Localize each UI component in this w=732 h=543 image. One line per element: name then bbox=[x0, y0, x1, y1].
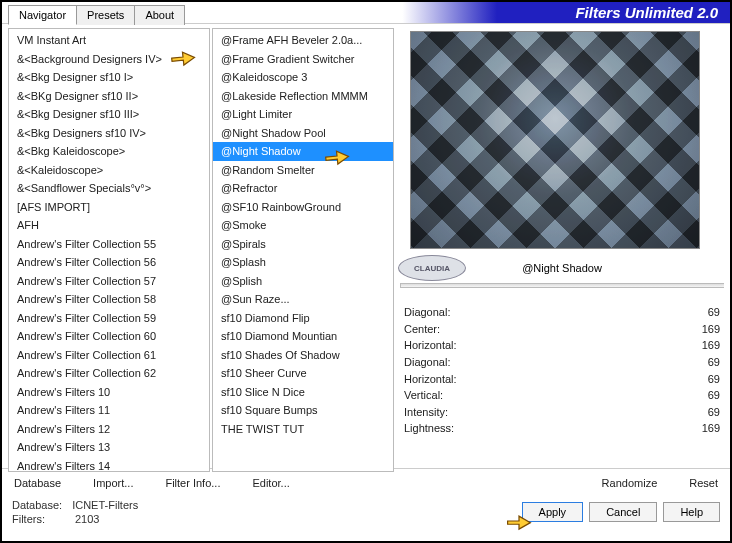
database-button[interactable]: Database bbox=[10, 475, 65, 491]
param-label: Lightness: bbox=[404, 422, 454, 434]
tab-navigator[interactable]: Navigator bbox=[8, 5, 77, 25]
main-area: VM Instant Art&<Background Designers IV>… bbox=[2, 24, 730, 472]
list-item[interactable]: Andrew's Filters 12 bbox=[9, 420, 209, 439]
list-item[interactable]: &<Bkg Designers sf10 IV> bbox=[9, 124, 209, 143]
param-label: Diagonal: bbox=[404, 356, 450, 368]
editor-button[interactable]: Editor... bbox=[248, 475, 293, 491]
list-item[interactable]: @Refractor bbox=[213, 179, 393, 198]
list-item[interactable]: sf10 Slice N Dice bbox=[213, 383, 393, 402]
filter-panel: @Frame AFH Beveler 2.0a...@Frame Gradien… bbox=[212, 28, 394, 472]
list-item[interactable]: &<Bkg Designer sf10 III> bbox=[9, 105, 209, 124]
param-row: Horizontal:69 bbox=[402, 370, 722, 387]
cancel-button[interactable]: Cancel bbox=[589, 502, 657, 522]
param-row: Diagonal:69 bbox=[402, 304, 722, 321]
category-panel: VM Instant Art&<Background Designers IV>… bbox=[8, 28, 210, 472]
list-item[interactable]: @Frame Gradient Switcher bbox=[213, 50, 393, 69]
list-item[interactable]: Andrew's Filter Collection 61 bbox=[9, 346, 209, 365]
list-item[interactable]: [AFS IMPORT] bbox=[9, 198, 209, 217]
randomize-button[interactable]: Randomize bbox=[598, 475, 662, 491]
app-title: Filters Unlimited 2.0 bbox=[575, 4, 718, 21]
param-label: Diagonal: bbox=[404, 306, 450, 318]
param-row: Vertical:69 bbox=[402, 387, 722, 404]
param-value[interactable]: 69 bbox=[708, 306, 720, 318]
param-value[interactable]: 69 bbox=[708, 356, 720, 368]
list-item[interactable]: @Lakeside Reflection MMMM bbox=[213, 87, 393, 106]
filter-label-row: CLAUDIA @Night Shadow bbox=[400, 257, 724, 279]
param-row: Horizontal:169 bbox=[402, 337, 722, 354]
list-item[interactable]: @Sun Raze... bbox=[213, 290, 393, 309]
param-value[interactable]: 169 bbox=[702, 422, 720, 434]
category-list[interactable]: VM Instant Art&<Background Designers IV>… bbox=[9, 29, 209, 471]
list-item[interactable]: @SF10 RainbowGround bbox=[213, 198, 393, 217]
param-row: Diagonal:69 bbox=[402, 354, 722, 371]
param-value[interactable]: 69 bbox=[708, 373, 720, 385]
filters-value: 2103 bbox=[75, 513, 99, 525]
list-item[interactable]: &<Bkg Kaleidoscope> bbox=[9, 142, 209, 161]
list-item[interactable]: Andrew's Filter Collection 56 bbox=[9, 253, 209, 272]
action-buttons: Apply Cancel Help bbox=[522, 499, 720, 525]
list-item[interactable]: Andrew's Filters 13 bbox=[9, 438, 209, 457]
filter-info-button[interactable]: Filter Info... bbox=[161, 475, 224, 491]
filter-list[interactable]: @Frame AFH Beveler 2.0a...@Frame Gradien… bbox=[213, 29, 393, 471]
preview-image bbox=[410, 31, 700, 249]
list-item[interactable]: @Random Smelter bbox=[213, 161, 393, 180]
params-list: Diagonal:69Center:169Horizontal:169Diago… bbox=[400, 304, 724, 472]
list-item[interactable]: Andrew's Filter Collection 62 bbox=[9, 364, 209, 383]
list-item[interactable]: Andrew's Filter Collection 58 bbox=[9, 290, 209, 309]
tab-presets[interactable]: Presets bbox=[76, 5, 135, 25]
param-row: Intensity:69 bbox=[402, 404, 722, 421]
list-item[interactable]: @Splish bbox=[213, 272, 393, 291]
status-bar: Database: ICNET-Filters Filters: 2103 Ap… bbox=[2, 493, 730, 527]
list-item[interactable]: VM Instant Art bbox=[9, 31, 209, 50]
list-item[interactable]: AFH bbox=[9, 216, 209, 235]
list-item[interactable]: sf10 Sheer Curve bbox=[213, 364, 393, 383]
param-label: Horizontal: bbox=[404, 373, 457, 385]
help-button[interactable]: Help bbox=[663, 502, 720, 522]
param-label: Horizontal: bbox=[404, 339, 457, 351]
list-item[interactable]: Andrew's Filters 14 bbox=[9, 457, 209, 472]
tab-about[interactable]: About bbox=[134, 5, 185, 25]
list-item[interactable]: sf10 Shades Of Shadow bbox=[213, 346, 393, 365]
param-value[interactable]: 69 bbox=[708, 389, 720, 401]
list-item[interactable]: &<Kaleidoscope> bbox=[9, 161, 209, 180]
apply-button[interactable]: Apply bbox=[522, 502, 584, 522]
param-row: Lightness:169 bbox=[402, 420, 722, 437]
list-item[interactable]: Andrew's Filter Collection 59 bbox=[9, 309, 209, 328]
list-item[interactable]: @Light Limiter bbox=[213, 105, 393, 124]
list-item[interactable]: @Night Shadow Pool bbox=[213, 124, 393, 143]
list-item[interactable]: @Spirals bbox=[213, 235, 393, 254]
filters-label: Filters: bbox=[12, 513, 45, 525]
list-item[interactable]: THE TWIST TUT bbox=[213, 420, 393, 439]
param-value[interactable]: 169 bbox=[702, 339, 720, 351]
watermark: CLAUDIA bbox=[398, 255, 466, 281]
list-item[interactable]: &<Sandflower Specials°v°> bbox=[9, 179, 209, 198]
database-value: ICNET-Filters bbox=[72, 499, 138, 511]
params-scrollbar[interactable] bbox=[400, 283, 724, 288]
list-item[interactable]: @Splash bbox=[213, 253, 393, 272]
param-label: Intensity: bbox=[404, 406, 448, 418]
list-item[interactable]: &<Bkg Designer sf10 I> bbox=[9, 68, 209, 87]
list-item[interactable]: Andrew's Filters 10 bbox=[9, 383, 209, 402]
param-label: Vertical: bbox=[404, 389, 443, 401]
import-button[interactable]: Import... bbox=[89, 475, 137, 491]
list-item[interactable]: sf10 Diamond Mountian bbox=[213, 327, 393, 346]
list-item[interactable]: @Frame AFH Beveler 2.0a... bbox=[213, 31, 393, 50]
list-item[interactable]: @Smoke bbox=[213, 216, 393, 235]
preview-panel: CLAUDIA @Night Shadow Diagonal:69Center:… bbox=[400, 28, 724, 472]
param-value[interactable]: 169 bbox=[702, 323, 720, 335]
list-item[interactable]: sf10 Square Bumps bbox=[213, 401, 393, 420]
list-item[interactable]: Andrew's Filters 11 bbox=[9, 401, 209, 420]
param-row: Center:169 bbox=[402, 321, 722, 338]
tabs: Navigator Presets About bbox=[8, 5, 184, 25]
list-item[interactable]: @Kaleidoscope 3 bbox=[213, 68, 393, 87]
database-label: Database: bbox=[12, 499, 62, 511]
list-item[interactable]: @Night Shadow bbox=[213, 142, 393, 161]
list-item[interactable]: Andrew's Filter Collection 55 bbox=[9, 235, 209, 254]
list-item[interactable]: Andrew's Filter Collection 57 bbox=[9, 272, 209, 291]
param-value[interactable]: 69 bbox=[708, 406, 720, 418]
list-item[interactable]: sf10 Diamond Flip bbox=[213, 309, 393, 328]
list-item[interactable]: &<BKg Designer sf10 II> bbox=[9, 87, 209, 106]
reset-button[interactable]: Reset bbox=[685, 475, 722, 491]
list-item[interactable]: Andrew's Filter Collection 60 bbox=[9, 327, 209, 346]
list-item[interactable]: &<Background Designers IV> bbox=[9, 50, 209, 69]
